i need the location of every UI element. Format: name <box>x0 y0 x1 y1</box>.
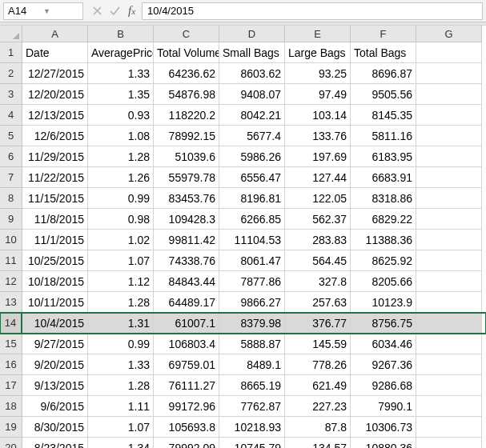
cell-E20[interactable]: 134.57 <box>285 438 351 448</box>
cell-G10[interactable] <box>416 230 482 250</box>
column-header-E[interactable]: E <box>285 26 351 42</box>
column-header-D[interactable]: D <box>219 26 285 42</box>
cell-G11[interactable] <box>416 250 482 271</box>
column-header-A[interactable]: A <box>22 26 88 42</box>
cell-B4[interactable]: 0.93 <box>88 105 154 126</box>
cell-A12[interactable]: 10/18/2015 <box>22 271 88 292</box>
cell-G8[interactable] <box>416 188 482 209</box>
column-header-C[interactable]: C <box>154 26 219 42</box>
cell-E12[interactable]: 327.8 <box>285 271 351 292</box>
cell-B17[interactable]: 1.28 <box>88 375 154 396</box>
cell-C20[interactable]: 79992.09 <box>154 438 219 448</box>
cell-G17[interactable] <box>416 375 482 396</box>
cell-E13[interactable]: 257.63 <box>285 292 351 313</box>
cell-E7[interactable]: 127.44 <box>285 167 351 188</box>
cell-G2[interactable] <box>416 63 482 84</box>
row-header-3[interactable]: 3 <box>0 84 22 105</box>
cell-E18[interactable]: 227.23 <box>285 396 351 417</box>
cell-D18[interactable]: 7762.87 <box>219 396 285 417</box>
cell-A1[interactable]: Date <box>22 42 88 63</box>
cell-B9[interactable]: 0.98 <box>88 209 154 230</box>
cell-C10[interactable]: 99811.42 <box>154 230 219 250</box>
chevron-down-icon[interactable]: ▼ <box>43 7 78 15</box>
cell-F4[interactable]: 8145.35 <box>351 105 416 126</box>
cell-G5[interactable] <box>416 126 482 146</box>
cell-D11[interactable]: 8061.47 <box>219 250 285 271</box>
select-all-corner[interactable] <box>0 26 22 42</box>
cell-A14[interactable]: 10/4/2015 <box>22 313 88 334</box>
cell-B7[interactable]: 1.26 <box>88 167 154 188</box>
row-header-15[interactable]: 15 <box>0 334 22 354</box>
cell-E9[interactable]: 562.37 <box>285 209 351 230</box>
cell-B19[interactable]: 1.07 <box>88 417 154 438</box>
cell-D4[interactable]: 8042.21 <box>219 105 285 126</box>
cell-A10[interactable]: 11/1/2015 <box>22 230 88 250</box>
column-header-B[interactable]: B <box>88 26 154 42</box>
row-header-11[interactable]: 11 <box>0 250 22 271</box>
cell-F18[interactable]: 7990.1 <box>351 396 416 417</box>
row-header-5[interactable]: 5 <box>0 126 22 146</box>
cell-G4[interactable] <box>416 105 482 126</box>
cell-A3[interactable]: 12/20/2015 <box>22 84 88 105</box>
cell-F20[interactable]: 10880.36 <box>351 438 416 448</box>
cell-D16[interactable]: 8489.1 <box>219 354 285 375</box>
row-header-17[interactable]: 17 <box>0 375 22 396</box>
cell-E19[interactable]: 87.8 <box>285 417 351 438</box>
cell-A15[interactable]: 9/27/2015 <box>22 334 88 354</box>
cell-F10[interactable]: 11388.36 <box>351 230 416 250</box>
cell-D14[interactable]: 8379.98 <box>219 313 285 334</box>
cell-A19[interactable]: 8/30/2015 <box>22 417 88 438</box>
cell-E10[interactable]: 283.83 <box>285 230 351 250</box>
cell-E11[interactable]: 564.45 <box>285 250 351 271</box>
cell-E17[interactable]: 621.49 <box>285 375 351 396</box>
cell-C9[interactable]: 109428.3 <box>154 209 219 230</box>
cell-D20[interactable]: 10745.79 <box>219 438 285 448</box>
cell-C3[interactable]: 54876.98 <box>154 84 219 105</box>
cell-F3[interactable]: 9505.56 <box>351 84 416 105</box>
row-header-2[interactable]: 2 <box>0 63 22 84</box>
cell-C12[interactable]: 84843.44 <box>154 271 219 292</box>
cell-A6[interactable]: 11/29/2015 <box>22 146 88 167</box>
cell-F15[interactable]: 6034.46 <box>351 334 416 354</box>
cell-E2[interactable]: 93.25 <box>285 63 351 84</box>
cell-E15[interactable]: 145.59 <box>285 334 351 354</box>
cell-C13[interactable]: 64489.17 <box>154 292 219 313</box>
cell-B12[interactable]: 1.12 <box>88 271 154 292</box>
cell-B18[interactable]: 1.11 <box>88 396 154 417</box>
cell-G14[interactable] <box>416 313 482 334</box>
row-header-1[interactable]: 1 <box>0 42 22 63</box>
cell-G9[interactable] <box>416 209 482 230</box>
cell-A8[interactable]: 11/15/2015 <box>22 188 88 209</box>
cell-B5[interactable]: 1.08 <box>88 126 154 146</box>
cell-E16[interactable]: 778.26 <box>285 354 351 375</box>
cell-F2[interactable]: 8696.87 <box>351 63 416 84</box>
cell-F9[interactable]: 6829.22 <box>351 209 416 230</box>
cell-C7[interactable]: 55979.78 <box>154 167 219 188</box>
cell-C4[interactable]: 118220.2 <box>154 105 219 126</box>
cell-F16[interactable]: 9267.36 <box>351 354 416 375</box>
cell-G13[interactable] <box>416 292 482 313</box>
cell-D8[interactable]: 8196.81 <box>219 188 285 209</box>
cell-B11[interactable]: 1.07 <box>88 250 154 271</box>
cell-C17[interactable]: 76111.27 <box>154 375 219 396</box>
cell-E4[interactable]: 103.14 <box>285 105 351 126</box>
cell-A18[interactable]: 9/6/2015 <box>22 396 88 417</box>
cell-D6[interactable]: 5986.26 <box>219 146 285 167</box>
cell-A17[interactable]: 9/13/2015 <box>22 375 88 396</box>
cell-F17[interactable]: 9286.68 <box>351 375 416 396</box>
row-header-4[interactable]: 4 <box>0 105 22 126</box>
cell-G3[interactable] <box>416 84 482 105</box>
cell-E14[interactable]: 376.77 <box>285 313 351 334</box>
cell-E1[interactable]: Large Bags <box>285 42 351 63</box>
cell-C6[interactable]: 51039.6 <box>154 146 219 167</box>
row-header-20[interactable]: 20 <box>0 438 22 448</box>
cell-F12[interactable]: 8205.66 <box>351 271 416 292</box>
cell-A16[interactable]: 9/20/2015 <box>22 354 88 375</box>
cell-C16[interactable]: 69759.01 <box>154 354 219 375</box>
cell-A13[interactable]: 10/11/2015 <box>22 292 88 313</box>
cell-B20[interactable]: 1.34 <box>88 438 154 448</box>
cell-D17[interactable]: 8665.19 <box>219 375 285 396</box>
cell-B1[interactable]: AveragePrice <box>88 42 154 63</box>
enter-icon[interactable] <box>110 6 120 15</box>
cell-G19[interactable] <box>416 417 482 438</box>
